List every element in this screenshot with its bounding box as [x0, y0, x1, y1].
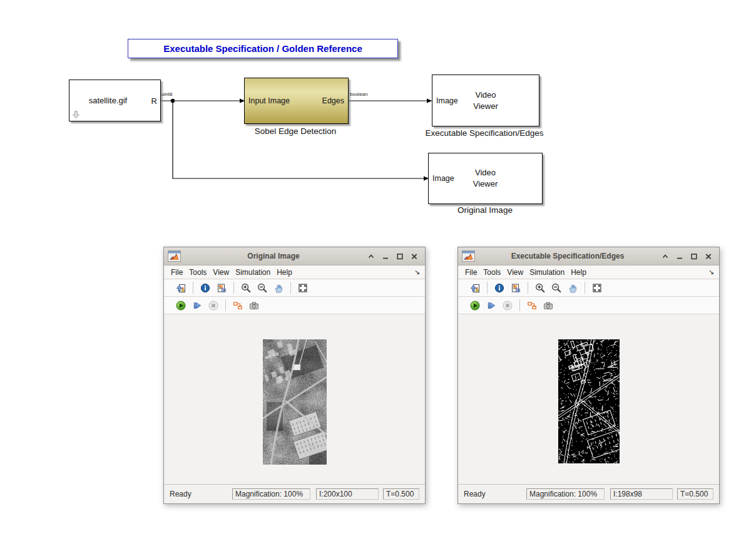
toolbar-separator	[519, 299, 520, 311]
annotation-banner: Executable Specification / Golden Refere…	[128, 39, 398, 58]
block-caption-viewer-edges: Executable Specification/Edges	[425, 128, 543, 138]
toolbar-separator	[487, 282, 488, 294]
menubar: File Tools View Simulation Help ↘	[458, 265, 719, 279]
toolbar-playback	[458, 297, 719, 314]
matlab-window-icon[interactable]	[168, 250, 181, 262]
maximize-window-button[interactable]	[392, 251, 407, 261]
viewer-image-canvas	[263, 339, 327, 465]
block-video-viewer-original[interactable]: Image Video Viewer	[428, 153, 543, 204]
toolbar-playback	[164, 297, 425, 314]
video-info-button[interactable]	[197, 281, 213, 296]
statusbar: Ready Magnification: 100% I:200x100 T=0.…	[164, 484, 425, 503]
menubar-corner-arrow-icon[interactable]: ↘	[414, 268, 421, 276]
window-titlebar[interactable]: Original Image	[164, 247, 425, 265]
highlight-simulink-block-button[interactable]	[524, 298, 540, 313]
menu-tools[interactable]: Tools	[186, 268, 210, 277]
pan-button[interactable]	[564, 281, 581, 296]
status-ready: Ready	[170, 490, 227, 498]
toolbar-main	[458, 279, 719, 297]
menu-view[interactable]: View	[210, 268, 232, 277]
window-title: Original Image	[183, 252, 364, 260]
video-display-area	[458, 314, 719, 484]
pan-button[interactable]	[270, 281, 287, 296]
stop-button[interactable]	[499, 298, 516, 313]
zoom-out-button[interactable]	[548, 281, 564, 296]
snapshot-button[interactable]	[540, 298, 556, 313]
window-title: Executable Specification/Edges	[478, 252, 658, 260]
menu-help[interactable]: Help	[273, 268, 295, 277]
status-magnification: Magnification: 100%	[232, 488, 310, 500]
statusbar: Ready Magnification: 100% I:198x98 T=0.5…	[458, 484, 719, 503]
highlight-simulink-block-button[interactable]	[230, 298, 246, 313]
block-video-viewer-name: Video Viewer	[429, 153, 542, 204]
zoom-in-button[interactable]	[532, 281, 548, 296]
maintain-fit-button[interactable]	[295, 281, 311, 296]
video-viewer-window-edges: Executable Specification/Edges File Tool…	[457, 247, 720, 504]
port-label-edges: Edges	[322, 96, 344, 105]
status-sim-time: T=0.500	[383, 488, 419, 500]
menu-simulation[interactable]: Simulation	[526, 268, 568, 277]
menu-help[interactable]: Help	[568, 268, 590, 277]
port-label-input-image: Input Image	[248, 96, 290, 105]
maintain-fit-button[interactable]	[589, 281, 605, 296]
maximize-window-button[interactable]	[687, 251, 701, 261]
status-sim-time: T=0.500	[677, 488, 713, 500]
signal-type-label-uint8: uint8	[161, 91, 172, 97]
minimize-window-button[interactable]	[672, 251, 687, 261]
toolbar-separator	[585, 282, 585, 294]
pixel-region-button[interactable]	[213, 281, 230, 296]
block-image-source[interactable]: satellite.gif R	[69, 80, 161, 121]
export-image-button[interactable]	[173, 281, 189, 296]
toolbar-separator	[290, 282, 291, 294]
block-video-viewer-name: Video Viewer	[432, 75, 539, 126]
minimize-window-button[interactable]	[378, 251, 392, 261]
export-image-button[interactable]	[467, 281, 483, 296]
annotation-banner-text: Executable Specification / Golden Refere…	[163, 43, 362, 54]
matlab-window-icon[interactable]	[462, 250, 475, 262]
zoom-out-button[interactable]	[254, 281, 270, 296]
close-window-button[interactable]	[407, 251, 421, 261]
menubar: File Tools View Simulation Help ↘	[164, 265, 425, 279]
toolbar-separator	[193, 282, 193, 294]
block-caption-viewer-original: Original Image	[457, 205, 513, 215]
run-button[interactable]	[467, 298, 483, 313]
toolbar-separator	[528, 282, 528, 294]
viewer-image-canvas	[558, 339, 620, 463]
status-image-size: I:198x98	[610, 488, 673, 500]
block-video-viewer-edges[interactable]: Image Video Viewer	[432, 75, 539, 126]
video-info-button[interactable]	[491, 281, 508, 296]
port-label-r: R	[151, 96, 157, 105]
video-display-area	[164, 314, 425, 484]
menu-simulation[interactable]: Simulation	[232, 268, 273, 277]
zoom-in-button[interactable]	[238, 281, 254, 296]
menu-file[interactable]: File	[462, 268, 480, 277]
menu-view[interactable]: View	[504, 268, 526, 277]
menubar-corner-arrow-icon[interactable]: ↘	[708, 268, 715, 276]
block-sobel-edge-detection[interactable]: Input Image Edges	[244, 78, 349, 124]
signal-type-label-boolean: boolean	[350, 91, 367, 97]
window-titlebar[interactable]: Executable Specification/Edges	[458, 247, 719, 265]
status-image-size: I:200x100	[316, 488, 379, 500]
step-forward-button[interactable]	[483, 298, 499, 313]
run-button[interactable]	[173, 298, 189, 313]
close-window-button[interactable]	[701, 251, 715, 261]
branch-point	[171, 99, 175, 103]
video-viewer-window-original: Original Image File Tools View Simulatio…	[163, 247, 426, 504]
shade-window-button[interactable]	[658, 251, 672, 261]
pixel-region-button[interactable]	[508, 281, 524, 296]
block-caption-sobel: Sobel Edge Detection	[255, 126, 337, 136]
toolbar-separator	[233, 282, 234, 294]
shade-window-button[interactable]	[364, 251, 378, 261]
status-magnification: Magnification: 100%	[526, 488, 605, 500]
status-ready: Ready	[464, 490, 521, 498]
menu-file[interactable]: File	[168, 268, 186, 277]
menu-tools[interactable]: Tools	[480, 268, 504, 277]
snapshot-button[interactable]	[246, 298, 262, 313]
block-image-source-label: satellite.gif	[69, 80, 146, 121]
toolbar-main	[164, 279, 425, 297]
download-arrow-icon	[72, 110, 80, 120]
step-forward-button[interactable]	[189, 298, 205, 313]
toolbar-separator	[225, 299, 226, 311]
stop-button[interactable]	[205, 298, 222, 313]
